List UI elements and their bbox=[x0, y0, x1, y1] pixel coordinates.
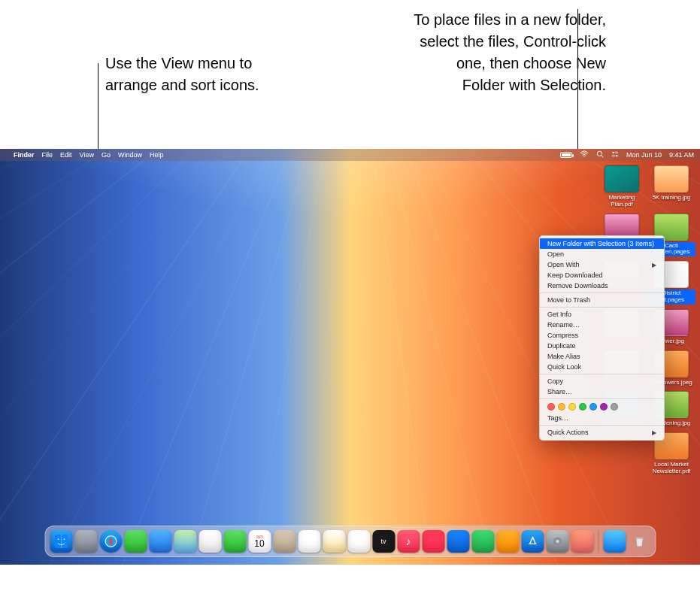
ctx-rename[interactable]: Rename… bbox=[540, 320, 664, 330]
ctx-share[interactable]: Share… bbox=[540, 386, 664, 397]
dock-contacts-icon[interactable] bbox=[273, 530, 295, 553]
ctx-make-alias[interactable]: Make Alias bbox=[540, 351, 664, 362]
dock-launchpad-icon[interactable] bbox=[74, 530, 97, 553]
ctx-remove-downloads[interactable]: Remove Downloads bbox=[540, 280, 664, 291]
svg-line-2 bbox=[602, 156, 604, 158]
svg-point-9 bbox=[63, 538, 65, 540]
dock-facetime-icon[interactable] bbox=[223, 530, 246, 553]
svg-rect-5 bbox=[612, 155, 614, 156]
mac-desktop: Finder File Edit View Go Window Help Mon… bbox=[0, 149, 700, 565]
svg-rect-6 bbox=[616, 155, 618, 156]
tag-color-dot[interactable] bbox=[547, 403, 555, 411]
tag-color-dot[interactable] bbox=[589, 403, 597, 411]
dock-numbers-icon[interactable] bbox=[471, 530, 494, 553]
tag-color-dot[interactable] bbox=[600, 403, 608, 411]
dock-tv-icon[interactable]: tv bbox=[372, 530, 395, 553]
annotation-layer: Use the View menu to arrange and sort ic… bbox=[0, 0, 700, 149]
svg-rect-15 bbox=[635, 538, 643, 539]
dock-news-icon[interactable] bbox=[422, 530, 444, 553]
search-icon[interactable] bbox=[596, 150, 604, 159]
dock-safari-icon[interactable] bbox=[99, 530, 122, 553]
ctx-quick-look[interactable]: Quick Look bbox=[540, 362, 664, 372]
control-center-icon[interactable] bbox=[611, 150, 619, 159]
dock-settings-icon[interactable] bbox=[546, 530, 568, 553]
menu-separator bbox=[540, 307, 664, 308]
tag-color-dot[interactable] bbox=[568, 403, 576, 411]
ctx-quick-actions[interactable]: Quick Actions▶ bbox=[540, 427, 664, 438]
battery-icon[interactable] bbox=[560, 152, 572, 158]
dock-reminders-icon[interactable] bbox=[298, 530, 320, 553]
svg-point-14 bbox=[556, 540, 559, 544]
context-menu: New Folder with Selection (3 Items) Open… bbox=[539, 235, 665, 441]
menu-help[interactable]: Help bbox=[150, 151, 164, 159]
wifi-icon[interactable] bbox=[580, 150, 589, 159]
ctx-duplicate[interactable]: Duplicate bbox=[540, 341, 664, 351]
file-label: Local Market Newsletter.pdf bbox=[647, 461, 695, 476]
ctx-new-folder-with-selection[interactable]: New Folder with Selection (3 Items) bbox=[540, 238, 664, 249]
dock-pages-icon[interactable] bbox=[496, 530, 519, 553]
file-label: 5K training.jpg bbox=[647, 194, 695, 202]
menu-separator bbox=[540, 374, 664, 374]
dock-notes-icon[interactable] bbox=[323, 530, 345, 553]
menu-edit[interactable]: Edit bbox=[60, 151, 72, 159]
menu-date[interactable]: Mon Jun 10 bbox=[626, 151, 662, 159]
svg-rect-3 bbox=[612, 152, 614, 153]
dock-keynote-icon[interactable] bbox=[447, 530, 469, 553]
dock-music-icon[interactable]: ♪ bbox=[397, 530, 420, 553]
tag-color-dot[interactable] bbox=[558, 403, 565, 411]
tag-color-dot[interactable] bbox=[579, 403, 586, 411]
desktop-file[interactable]: Marketing Plan.pdf bbox=[599, 165, 644, 209]
menu-window[interactable]: Window bbox=[118, 151, 142, 159]
annotation-text-left: Use the View menu to arrange and sort ic… bbox=[105, 53, 271, 96]
ctx-tag-colors bbox=[540, 401, 664, 413]
ctx-move-to-trash[interactable]: Move to Trash bbox=[540, 295, 664, 305]
ctx-open[interactable]: Open bbox=[540, 249, 664, 259]
annotation-leader-left bbox=[98, 63, 98, 157]
file-label: Marketing Plan.pdf bbox=[598, 194, 646, 209]
menu-bar: Finder File Edit View Go Window Help Mon… bbox=[0, 149, 700, 161]
menu-file[interactable]: File bbox=[42, 151, 53, 159]
ctx-open-with[interactable]: Open With▶ bbox=[540, 259, 664, 270]
dock-appstore-icon[interactable] bbox=[521, 530, 544, 553]
file-thumbnail bbox=[605, 165, 639, 192]
svg-point-0 bbox=[583, 156, 585, 157]
dock-messages-icon[interactable] bbox=[124, 530, 147, 553]
file-thumbnail bbox=[654, 165, 689, 192]
svg-point-1 bbox=[597, 151, 602, 156]
svg-point-8 bbox=[57, 538, 59, 540]
dock-calendar-icon[interactable]: JUN10 bbox=[248, 530, 271, 553]
menu-separator bbox=[540, 425, 664, 426]
dock-iphone-mirroring-icon[interactable] bbox=[571, 530, 593, 553]
ctx-copy[interactable]: Copy bbox=[540, 376, 664, 386]
menu-app-name[interactable]: Finder bbox=[14, 151, 35, 159]
menu-view[interactable]: View bbox=[80, 151, 94, 159]
ctx-get-info[interactable]: Get Info bbox=[540, 309, 664, 320]
dock-finder-icon[interactable] bbox=[50, 530, 72, 553]
annotation-text-right: To place files in a new folder, select t… bbox=[411, 9, 606, 96]
ctx-compress[interactable]: Compress bbox=[540, 330, 664, 341]
menu-go[interactable]: Go bbox=[102, 151, 111, 159]
ctx-tags[interactable]: Tags… bbox=[540, 413, 664, 423]
dock-downloads-icon[interactable] bbox=[603, 530, 626, 553]
chevron-right-icon: ▶ bbox=[652, 429, 656, 436]
dock-mail-icon[interactable] bbox=[149, 530, 171, 553]
dock-photos-icon[interactable] bbox=[198, 530, 221, 553]
dock: JUN10tv♪ bbox=[44, 526, 656, 557]
svg-rect-4 bbox=[616, 152, 618, 153]
dock-trash-icon[interactable] bbox=[628, 530, 650, 553]
menu-time[interactable]: 9:41 AM bbox=[669, 151, 694, 159]
dock-freeform-icon[interactable] bbox=[347, 530, 370, 553]
desktop-file[interactable]: 5K training.jpg bbox=[649, 165, 694, 209]
dock-maps-icon[interactable] bbox=[174, 530, 196, 553]
tag-color-dot[interactable] bbox=[611, 403, 618, 411]
menu-separator bbox=[540, 292, 664, 293]
dock-separator bbox=[598, 530, 598, 553]
ctx-keep-downloaded[interactable]: Keep Downloaded bbox=[540, 270, 664, 280]
menu-separator bbox=[540, 398, 664, 399]
chevron-right-icon: ▶ bbox=[652, 262, 656, 268]
